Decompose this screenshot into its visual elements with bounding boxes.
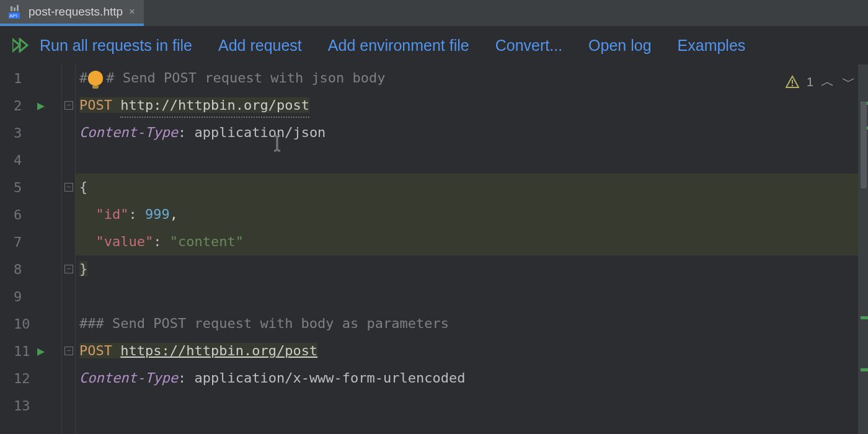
open-log-button[interactable]: Open log — [588, 37, 651, 55]
line-number: 10 — [14, 316, 30, 332]
fold-icon[interactable]: − — [64, 101, 73, 110]
scrollbar-mark — [861, 316, 868, 319]
line-number: 8 — [14, 262, 22, 277]
scrollbar-mark — [861, 368, 868, 371]
bulb-icon[interactable] — [88, 71, 103, 86]
close-icon[interactable]: × — [129, 6, 135, 18]
line-number: 1 — [14, 71, 22, 86]
chevron-up-icon[interactable]: ︿ — [821, 68, 835, 95]
convert-button[interactable]: Convert... — [495, 37, 562, 55]
scrollbar-thumb[interactable] — [861, 102, 867, 188]
line-number: 7 — [14, 234, 22, 250]
inspection-overlay: 1 ︿ ﹀ — [786, 68, 856, 95]
http-toolbar: Run all requests in file Add request Add… — [0, 26, 868, 64]
add-request-button[interactable]: Add request — [218, 37, 302, 55]
code-editor[interactable]: 1 2 ▶ 3 4 5 6 7 8 9 10 11 ▶ 12 13 − − − … — [0, 64, 868, 434]
line-number: 13 — [14, 398, 30, 414]
tab-filename: post-requests.http — [29, 5, 123, 19]
line-number-gutter: 1 2 ▶ 3 4 5 6 7 8 9 10 11 ▶ 12 13 — [0, 64, 62, 434]
svg-rect-4 — [17, 5, 19, 11]
line-number: 4 — [14, 153, 22, 168]
line-number: 2 — [14, 98, 22, 113]
line-number: 9 — [14, 289, 22, 304]
run-request-icon[interactable]: ▶ — [37, 98, 45, 113]
inspection-count: 1 — [807, 68, 813, 95]
run-request-icon[interactable]: ▶ — [37, 343, 45, 358]
tab-bar: API post-requests.http × — [0, 0, 868, 26]
fold-gutter: − − − − — [62, 64, 76, 434]
add-env-button[interactable]: Add environment file — [328, 37, 469, 55]
line-number: 6 — [14, 207, 22, 223]
line-number: 3 — [14, 125, 22, 141]
line-number: 5 — [14, 180, 22, 195]
fold-icon[interactable]: − — [64, 265, 73, 273]
http-file-icon: API — [9, 5, 22, 19]
run-all-icon — [12, 38, 31, 53]
svg-text:API: API — [9, 13, 17, 19]
warning-icon[interactable] — [786, 75, 799, 89]
scrollbar[interactable] — [858, 64, 868, 434]
chevron-down-icon[interactable]: ﹀ — [842, 68, 856, 95]
run-all-label: Run all requests in file — [40, 37, 192, 55]
code-content[interactable]: ## Send POST request with json body POST… — [76, 64, 868, 434]
svg-rect-3 — [14, 7, 16, 11]
fold-icon[interactable]: − — [64, 183, 73, 192]
fold-icon[interactable]: − — [64, 347, 73, 355]
svg-rect-2 — [11, 6, 12, 11]
run-all-button[interactable]: Run all requests in file — [12, 37, 192, 55]
line-number: 12 — [14, 371, 30, 386]
editor-tab[interactable]: API post-requests.http × — [0, 0, 144, 26]
svg-point-9 — [792, 85, 794, 87]
line-number: 11 — [14, 343, 30, 359]
svg-marker-5 — [12, 39, 20, 51]
examples-button[interactable]: Examples — [678, 37, 746, 55]
